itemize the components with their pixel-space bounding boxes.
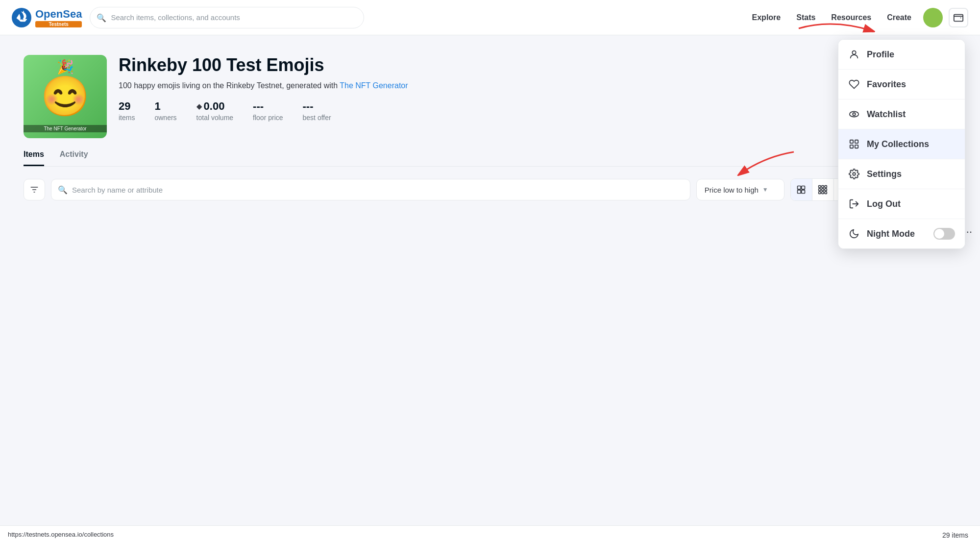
stat-owners-value: 1 (154, 100, 176, 113)
svg-point-3 (850, 112, 858, 117)
stat-volume-label: total volume (196, 114, 233, 122)
svg-rect-6 (855, 140, 858, 143)
wallet-button[interactable] (949, 8, 968, 27)
grid-view-button-3[interactable] (812, 179, 834, 200)
collection-header: 🎉 😊 The NFT Generator Rinkeby 100 Test E… (24, 55, 956, 138)
svg-rect-19 (822, 186, 824, 188)
stat-best-offer-value: --- (303, 100, 331, 113)
sort-dropdown[interactable]: Price low to high ▼ (696, 179, 784, 200)
nav-stats[interactable]: Stats (796, 13, 815, 22)
nft-hat-emoji: 🎉 (57, 59, 74, 75)
svg-rect-5 (850, 140, 853, 143)
grid-3x3-icon (818, 185, 828, 195)
search-items-input[interactable] (51, 179, 690, 200)
stat-volume-value: ◆ 0.00 (196, 100, 233, 113)
dropdown-item-settings[interactable]: Settings (838, 159, 965, 189)
nft-overlay-label: The NFT Generator (24, 125, 107, 132)
wallet-icon (953, 12, 964, 23)
logo-text-area: OpenSea Testnets (35, 8, 82, 27)
dropdown-item-watchlist[interactable]: Watchlist (838, 99, 965, 129)
logo-badge: Testnets (35, 21, 82, 27)
svg-rect-8 (855, 145, 858, 148)
search-items-icon: 🔍 (58, 185, 68, 195)
dropdown-item-logout[interactable]: Log Out (838, 189, 965, 219)
avatar-button[interactable] (923, 8, 943, 27)
page-url: https://testnets.opensea.io/collections (8, 531, 114, 538)
stat-best-offer: --- best offer (303, 100, 331, 122)
stat-owners: 1 owners (154, 100, 176, 122)
stat-best-offer-label: best offer (303, 114, 331, 122)
filter-button[interactable] (24, 179, 45, 200)
svg-rect-18 (819, 186, 821, 188)
tab-activity[interactable]: Activity (60, 150, 88, 166)
grid-icon (848, 138, 860, 150)
stat-items-value: 29 (119, 100, 135, 113)
main-content: 🎉 😊 The NFT Generator Rinkeby 100 Test E… (0, 35, 980, 221)
dropdown-item-my-collections[interactable]: My Collections (838, 129, 965, 159)
grid-2x2-icon (796, 185, 806, 195)
person-icon (848, 49, 860, 60)
svg-rect-22 (822, 189, 824, 191)
opensea-logo-icon (12, 8, 31, 27)
svg-rect-23 (825, 189, 827, 191)
dropdown-label-profile: Profile (867, 49, 894, 60)
header-search-input[interactable] (90, 7, 364, 28)
collection-description: 100 happy emojis living on the Rinkeby T… (119, 81, 956, 90)
nav-links: Explore Stats Resources Create (752, 13, 911, 22)
nft-main-emoji: 😊 (41, 77, 90, 116)
stat-floor-label: floor price (253, 114, 283, 122)
stat-owners-label: owners (154, 114, 176, 122)
svg-point-9 (853, 173, 856, 175)
logout-icon (848, 198, 860, 210)
tab-items[interactable]: Items (24, 150, 44, 166)
bottom-bar: https://testnets.opensea.io/collections (0, 525, 980, 543)
dropdown-item-night-mode[interactable]: Night Mode (838, 219, 965, 248)
svg-rect-16 (798, 190, 801, 194)
svg-point-2 (852, 51, 856, 54)
svg-rect-1 (954, 14, 963, 21)
dropdown-label-favorites: Favorites (867, 79, 906, 90)
dropdown-item-favorites[interactable]: Favorites (838, 70, 965, 99)
header-search-icon: 🔍 (97, 13, 106, 22)
stat-items-label: items (119, 114, 135, 122)
nav-create[interactable]: Create (887, 13, 911, 22)
svg-point-0 (12, 8, 31, 27)
eye-icon (848, 108, 860, 120)
svg-rect-25 (822, 192, 824, 194)
filter-icon (29, 185, 39, 195)
gear-icon (848, 168, 860, 180)
svg-rect-21 (819, 189, 821, 191)
svg-point-4 (853, 113, 856, 116)
stat-items: 29 items (119, 100, 135, 122)
stat-floor: --- floor price (253, 100, 283, 122)
logo-text: OpenSea (35, 8, 82, 21)
night-mode-toggle[interactable] (933, 228, 955, 240)
grid-view-button[interactable] (791, 179, 812, 200)
collection-info: Rinkeby 100 Test Emojis 100 happy emojis… (119, 55, 956, 122)
header-actions (923, 8, 968, 27)
heart-icon (848, 78, 860, 90)
items-count: 29 items (942, 531, 968, 539)
dropdown-label-my-collections: My Collections (867, 139, 929, 149)
svg-rect-15 (802, 186, 805, 190)
logo-area[interactable]: OpenSea Testnets (12, 8, 82, 27)
dropdown-label-logout: Log Out (867, 199, 901, 209)
sort-label: Price low to high (705, 186, 759, 194)
dropdown-item-profile[interactable]: Profile (838, 40, 965, 70)
moon-icon (848, 228, 860, 240)
nav-resources[interactable]: Resources (831, 13, 871, 22)
collection-tabs: Items Activity (24, 150, 956, 167)
eth-symbol: ◆ (196, 102, 202, 110)
dropdown-label-settings: Settings (867, 169, 902, 179)
nft-generator-link[interactable]: The NFT Generator (340, 81, 408, 90)
svg-rect-14 (798, 186, 801, 190)
collection-stats: 29 items 1 owners ◆ 0.00 total volume --… (119, 100, 956, 122)
svg-rect-7 (850, 145, 853, 148)
collection-image: 🎉 😊 The NFT Generator (24, 55, 107, 138)
header: OpenSea Testnets 🔍 Explore Stats Resourc… (0, 0, 980, 35)
stat-floor-value: --- (253, 100, 283, 113)
toolbar: 🔍 Price low to high ▼ (24, 178, 956, 201)
nav-explore[interactable]: Explore (752, 13, 781, 22)
dropdown-label-night-mode: Night Mode (867, 229, 915, 239)
search-bar: 🔍 (90, 7, 364, 28)
